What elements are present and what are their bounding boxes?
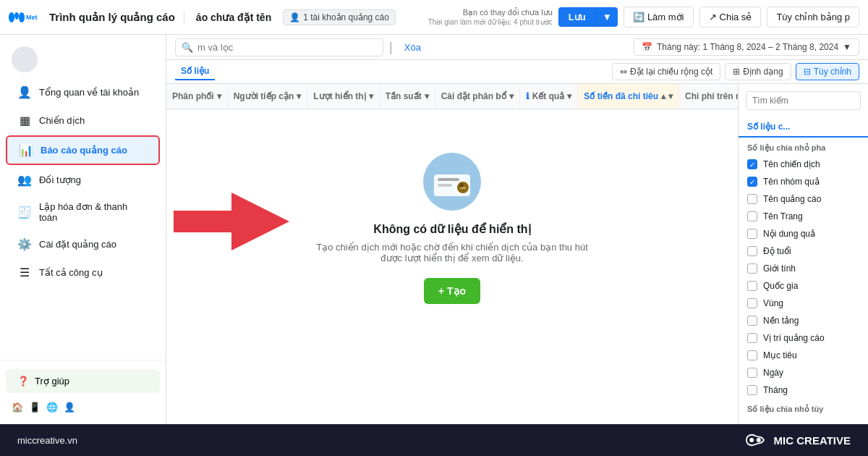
sidebar-item-overview[interactable]: 👤 Tổng quan về tài khoản xyxy=(6,79,160,106)
calendar-icon: 📅 xyxy=(642,42,652,52)
right-search-input[interactable] xyxy=(746,91,861,110)
main-content: 🔍 | Xóa 📅 Tháng này: 1 Tháng 8, 2024 – 2… xyxy=(166,35,868,424)
empty-description: Tạo chiến dịch mới hoặc chờ đến khi chiế… xyxy=(307,242,597,263)
sidebar-item-ad-reports[interactable]: 📊 Báo cáo quảng cáo xyxy=(6,135,160,165)
right-item-gender[interactable]: Giới tính xyxy=(739,260,868,277)
label-objective: Mục tiêu xyxy=(763,350,797,360)
date-filter[interactable]: 📅 Tháng này: 1 Tháng 8, 2024 – 2 Tháng 8… xyxy=(634,38,859,56)
reset-columns-button[interactable]: ⇔ Đặt lại chiều rộng cột xyxy=(612,63,720,80)
right-item-content[interactable]: Nội dung quả xyxy=(739,225,868,242)
sidebar-help[interactable]: ❓ Trợ giúp xyxy=(6,369,160,393)
campaigns-icon: ▦ xyxy=(17,114,32,127)
search-icon: 🔍 xyxy=(182,42,193,53)
sort-icon-down[interactable]: ▾ xyxy=(668,91,673,101)
icon-1[interactable]: 🏠 xyxy=(12,402,23,413)
right-item-country[interactable]: Quốc gia xyxy=(739,277,868,295)
right-item-page-name[interactable]: Tên Trang xyxy=(739,208,868,225)
help-icon: ❓ xyxy=(17,376,29,387)
right-item-placement[interactable]: Vị trí quảng cáo xyxy=(739,329,868,347)
sort-icon[interactable]: ▾ xyxy=(297,91,301,101)
header-left: Meta Trình quản lý quảng cáo áo chưa đặt… xyxy=(9,9,396,25)
right-tab[interactable]: Số liệu c... xyxy=(739,117,868,138)
account-badge: 👤 1 tài khoản quảng cáo xyxy=(283,9,396,25)
sidebar-item-audience[interactable]: 👥 Đối tượng xyxy=(6,166,160,193)
checkbox-gender[interactable] xyxy=(747,263,757,274)
save-dropdown-button[interactable]: ▼ xyxy=(596,7,618,27)
right-panel: Số liệu c... Số liệu chia nhỏ pha ✓ Tên … xyxy=(738,84,868,424)
empty-illustration xyxy=(423,153,481,211)
icon-3[interactable]: 🌐 xyxy=(46,402,58,413)
right-item-ad-name[interactable]: Tên quảng cáo xyxy=(739,190,868,208)
col-spend: Số tiền đã chi tiêu▴▾ xyxy=(578,84,679,109)
col-attribution: Cài đặt phân bổ▾ xyxy=(435,84,519,109)
refresh-button[interactable]: 🔄 Làm mới xyxy=(624,7,694,28)
label-campaign-name: Tên chiến dịch xyxy=(763,159,820,169)
sort-icon[interactable]: ▾ xyxy=(425,91,429,101)
campaign-name: áo chưa đặt tên xyxy=(196,12,271,23)
share-button[interactable]: ↗ Chia sẻ xyxy=(699,7,762,28)
footer-brand: MIC CREATIVE xyxy=(742,427,851,453)
label-adgroup-name: Tên nhóm quả xyxy=(763,177,820,187)
save-button[interactable]: Lưu xyxy=(558,7,596,27)
checkbox-adgroup-name[interactable]: ✓ xyxy=(747,177,757,187)
billing-icon: 🧾 xyxy=(17,206,32,219)
search-input[interactable] xyxy=(197,42,377,53)
filter-separator: | xyxy=(389,40,393,55)
right-item-day[interactable]: Ngày xyxy=(739,364,868,381)
checkbox-age[interactable] xyxy=(747,246,757,256)
customize-panel-button[interactable]: Tùy chỉnh bảng p xyxy=(767,7,859,28)
col-cost-label: Chi phí trên mỗi kết quả xyxy=(685,91,738,101)
reset-label: Đặt lại chiều rộng cột xyxy=(630,67,712,77)
icon-2[interactable]: 📱 xyxy=(29,402,41,413)
sidebar-item-tools[interactable]: ☰ Tất cả công cụ xyxy=(6,259,160,286)
right-item-platform[interactable]: Nền tảng xyxy=(739,312,868,329)
format-button[interactable]: ⊞ Định dạng xyxy=(725,63,791,80)
create-button[interactable]: + Tạo xyxy=(424,278,480,304)
checkbox-platform[interactable] xyxy=(747,316,757,326)
right-item-month[interactable]: Tháng xyxy=(739,381,868,399)
sidebar-item-campaigns[interactable]: ▦ Chiến dịch xyxy=(6,107,160,134)
sort-icon[interactable]: ▾ xyxy=(369,91,373,101)
col-reach: Người tiếp cận▾ xyxy=(227,84,307,109)
sidebar-bottom: ❓ Trợ giúp 🏠 📱 🌐 👤 xyxy=(0,360,166,418)
table-wrapper: Phân phối▾ Người tiếp cận▾ Lượt hiển thị… xyxy=(166,84,738,424)
checkbox-country[interactable] xyxy=(747,281,757,291)
sidebar-item-settings[interactable]: ⚙️ Cài đặt quảng cáo xyxy=(6,231,160,258)
clear-button[interactable]: Xóa xyxy=(399,42,427,53)
right-item-region[interactable]: Vùng xyxy=(739,295,868,312)
col-spend-label: Số tiền đã chi tiêu xyxy=(584,91,658,101)
checkbox-region[interactable] xyxy=(747,298,757,308)
empty-state: Không có dữ liệu để hiển thị Tạo chiến d… xyxy=(166,109,738,347)
col-cost-per-result: Chi phí trên mỗi kết quả▾ xyxy=(679,84,738,109)
sort-icon-up[interactable]: ▴ xyxy=(661,91,665,101)
tab-data[interactable]: Số liệu xyxy=(175,63,215,80)
save-notice-line2: Thời gian làm mới dữ liệu: 4 phút trước xyxy=(428,17,553,27)
sort-icon[interactable]: ▾ xyxy=(567,91,571,101)
icon-4[interactable]: 👤 xyxy=(64,402,75,413)
right-item-adgroup-name[interactable]: ✓ Tên nhóm quả xyxy=(739,173,868,190)
sort-icon[interactable]: ▾ xyxy=(509,91,514,101)
checkbox-month[interactable] xyxy=(747,385,757,395)
label-day: Ngày xyxy=(763,368,783,378)
checkbox-day[interactable] xyxy=(747,368,757,378)
search-filter[interactable]: 🔍 xyxy=(175,38,383,56)
customize-button[interactable]: ⊟ Tùy chỉnh xyxy=(796,63,859,80)
format-icon: ⊞ xyxy=(733,67,740,77)
format-label: Định dạng xyxy=(743,67,783,77)
content-area: Phân phối▾ Người tiếp cận▾ Lượt hiển thị… xyxy=(166,84,868,424)
checkbox-page-name[interactable] xyxy=(747,211,757,221)
checkbox-placement[interactable] xyxy=(747,333,757,343)
checkbox-content[interactable] xyxy=(747,229,757,239)
label-page-name: Tên Trang xyxy=(763,211,803,221)
checkbox-campaign-name[interactable]: ✓ xyxy=(747,159,757,169)
right-item-objective[interactable]: Mục tiêu xyxy=(739,347,868,364)
app-body: 👤 Tổng quan về tài khoản ▦ Chiến dịch 📊 … xyxy=(0,35,868,424)
sub-header: 🔍 | Xóa 📅 Tháng này: 1 Tháng 8, 2024 – 2… xyxy=(166,35,868,60)
checkbox-objective[interactable] xyxy=(747,350,757,360)
checkbox-ad-name[interactable] xyxy=(747,194,757,204)
right-item-age[interactable]: Độ tuổi xyxy=(739,242,868,260)
right-item-campaign-name[interactable]: ✓ Tên chiến dịch xyxy=(739,156,868,173)
sort-icon[interactable]: ▾ xyxy=(217,91,221,101)
sidebar-item-billing[interactable]: 🧾 Lập hóa đơn & thanh toán xyxy=(6,195,160,229)
col-results: ℹ Kết quả▾ xyxy=(519,84,578,109)
